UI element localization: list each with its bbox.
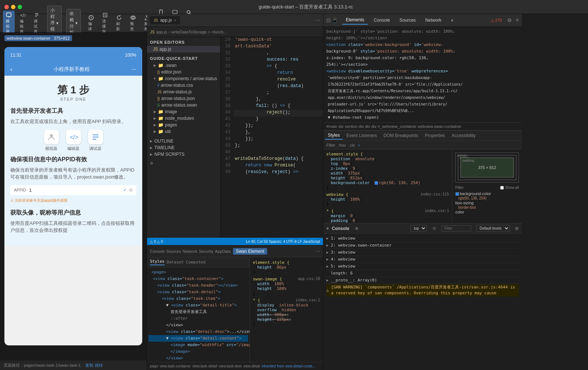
add-style-icon[interactable]: + bbox=[358, 143, 360, 147]
open-editors-section: OPEN EDITORS bbox=[147, 39, 220, 46]
html-line: <view class="task-header"></view> bbox=[148, 282, 248, 289]
code-line: 47 writeDataToStorage(data) { bbox=[220, 156, 323, 163]
styles-left-panel: element.style { position: absolute; top:… bbox=[323, 150, 452, 223]
folder-components[interactable]: ▼ 📁 components / arrow-status bbox=[147, 75, 220, 82]
code-line: 35 resolve bbox=[220, 77, 323, 83]
styles-main: element.style { position: absolute; top:… bbox=[323, 150, 522, 223]
code-line: 33 => { bbox=[220, 64, 323, 70]
devtools-close-icon[interactable]: × bbox=[516, 17, 519, 24]
swan-element-tab[interactable]: Swan Element bbox=[233, 248, 267, 255]
close-button[interactable] bbox=[4, 5, 9, 9]
console-header: × Console ⊕ top ⊙ Default levels ⚙ bbox=[323, 223, 522, 234]
show-all-checkbox[interactable]: Show all bbox=[500, 186, 519, 190]
tab-properties[interactable]: Properties bbox=[422, 132, 448, 139]
function-breadcrumb: writeDataToStorage > <functi... bbox=[171, 30, 227, 34]
top-toolbar: 模拟器 </> 编辑器 调试器 小程序模式 ▾ 依赖分析 ▾ 编译 bbox=[0, 14, 147, 32]
error-count: △ 270 bbox=[491, 18, 502, 23]
folder-image[interactable]: ▶ 📁 image bbox=[147, 108, 220, 115]
tab-styles[interactable]: Styles bbox=[150, 259, 165, 265]
simulator-button[interactable]: 模拟器 bbox=[3, 11, 15, 36]
file-arrow-swan[interactable]: S arrow-status.swan bbox=[147, 102, 220, 108]
console-msg: ▶ 2: webview.swan-container bbox=[326, 242, 519, 249]
html-line: <view class="task-container"> bbox=[148, 276, 248, 282]
compile-button[interactable]: 编译 bbox=[85, 13, 97, 33]
html-line: <page> bbox=[148, 269, 248, 276]
npm-scripts-section[interactable]: ▶ NPM SCRIPTS bbox=[147, 151, 220, 158]
tab-elements[interactable]: Elements bbox=[342, 16, 368, 25]
tab-event-listeners[interactable]: Event Listeners bbox=[344, 132, 380, 139]
styles-tabs-row: Styles Event Listeners DOM Breakpoints P… bbox=[323, 130, 522, 141]
svg-point-17 bbox=[50, 134, 53, 137]
preview-button[interactable]: 预览 bbox=[127, 13, 139, 33]
icon-debugger: 调试器 bbox=[88, 130, 103, 151]
console-levels-select[interactable]: Default levels bbox=[476, 225, 510, 232]
tab-dom-breakpoints[interactable]: DOM Breakpoints bbox=[380, 132, 421, 139]
open-file-appjs[interactable]: JS app.js bbox=[147, 46, 220, 53]
console-filter-input[interactable] bbox=[442, 225, 471, 231]
code-line-active: 40 reject(); bbox=[220, 110, 323, 116]
elements-html-tree: background-j' style='position: absolute;… bbox=[323, 27, 522, 122]
editor-button[interactable]: </> 编辑器 bbox=[17, 11, 29, 36]
folder-util[interactable]: ▶ 📁 util bbox=[147, 128, 220, 135]
console-msg: ▶ 1: webview bbox=[326, 235, 519, 242]
folder-swan[interactable]: ▶ 📁 .swan bbox=[147, 62, 220, 69]
refresh-button[interactable]: 刷新 bbox=[113, 13, 125, 33]
console-settings-icon[interactable]: ⚙ bbox=[515, 226, 519, 231]
editor-toolbar: JS app.js × ⋯ bbox=[147, 14, 323, 27]
file-arrow-css[interactable]: # arrow-status.css bbox=[147, 82, 220, 89]
prop-box-sizing: box-sizing bbox=[455, 200, 519, 205]
device-icon[interactable]: 📱 bbox=[331, 17, 338, 23]
code-area[interactable]: 29 'swan-quick-st 30 art-tasksData' 31 ,… bbox=[220, 37, 323, 238]
maximize-button[interactable] bbox=[18, 5, 22, 9]
outline-section[interactable]: ▶ OUTLINE bbox=[147, 138, 220, 144]
copy-button[interactable]: 复制 bbox=[85, 363, 93, 368]
code-line: 37 ; bbox=[220, 90, 323, 97]
html-line-selected[interactable]: ▼ <view class="detail-content"> bbox=[148, 335, 248, 342]
tab-dataset[interactable]: Dataset bbox=[167, 260, 184, 265]
settings-icon[interactable]: ⚙ bbox=[507, 17, 512, 23]
file-arrow-js[interactable]: JS arrow-status.js bbox=[147, 89, 220, 95]
minimize-button[interactable] bbox=[11, 5, 15, 9]
icon-simulator: 模拟器 bbox=[44, 130, 59, 151]
devtools-icons: ⊡ 📱 bbox=[326, 17, 338, 23]
tab-network[interactable]: Network bbox=[422, 16, 445, 24]
file-arrow-json[interactable]: {} arrow-status.json bbox=[147, 95, 220, 102]
tab-styles-active[interactable]: Styles bbox=[325, 132, 343, 140]
tab-computed[interactable]: Computed bbox=[186, 260, 205, 265]
svg-text:</>: </> bbox=[70, 134, 78, 140]
svg-rect-0 bbox=[7, 13, 11, 17]
appid-warning: ⚠ 当前登录账号无该appid操作权限 bbox=[10, 198, 136, 203]
icon-editor: </> 编辑器 bbox=[66, 130, 81, 151]
debugger-button[interactable]: 调试器 bbox=[31, 11, 43, 36]
left-panel: 模拟器 </> 编辑器 调试器 小程序模式 ▾ 依赖分析 ▾ 编译 bbox=[0, 14, 147, 370]
tab-sources[interactable]: Sources bbox=[396, 16, 419, 24]
swan-element-panel: Console Sources Network Security AppData… bbox=[147, 245, 323, 370]
code-line: 29 'swan-quick-st bbox=[220, 37, 323, 44]
svg-text:</>: </> bbox=[20, 13, 26, 18]
tab-accessibility[interactable]: Accessibility bbox=[449, 132, 478, 139]
svg-point-10 bbox=[132, 17, 134, 19]
navigate-button[interactable]: 跳转 bbox=[95, 363, 103, 368]
timeline-section[interactable]: ▶ TIMELINE bbox=[147, 144, 220, 151]
clear-cache-button[interactable]: 清缓存 bbox=[99, 11, 111, 36]
close-tab-icon[interactable]: × bbox=[174, 18, 176, 22]
editor-layout: OPEN EDITORS JS app.js GUIDE-QUICK-START… bbox=[147, 37, 323, 238]
more-options-icon[interactable]: ⋯ bbox=[316, 18, 320, 23]
tab-console[interactable]: Console bbox=[370, 16, 394, 24]
file-editor-json[interactable]: {} editor.json bbox=[147, 69, 220, 75]
html-line: </view> bbox=[148, 322, 248, 328]
inspect-icon[interactable]: ⊡ bbox=[326, 17, 331, 23]
console-level-select[interactable]: top bbox=[410, 225, 427, 232]
swan-tabs-row: Console Sources Network Security AppData… bbox=[147, 245, 323, 257]
console-msg: ▶ __proto__: Array(0) bbox=[326, 277, 519, 284]
guide-section: GUIDE-QUICK-START bbox=[147, 55, 220, 62]
app-content: 第 1 步 STEP ONE 首先登录开发者工具 在工具欢迎页或项目左上角，使用… bbox=[4, 76, 142, 246]
folder-pages[interactable]: ▶ 📁 pages bbox=[147, 122, 220, 128]
console-content: ▶ 1: webview ▶ 2: webview.swan-container… bbox=[323, 234, 522, 297]
swan-content: Styles Dataset Computed <page> <view cla… bbox=[147, 257, 323, 362]
code-line: 31 , bbox=[220, 50, 323, 57]
folder-node-modules[interactable]: ▶ 📁 node_modules bbox=[147, 115, 220, 122]
file-tab-appjs[interactable]: JS app.js × bbox=[150, 16, 180, 24]
tab-more[interactable]: » bbox=[447, 16, 457, 24]
swan-more-icon[interactable]: ⋯ bbox=[316, 249, 320, 254]
